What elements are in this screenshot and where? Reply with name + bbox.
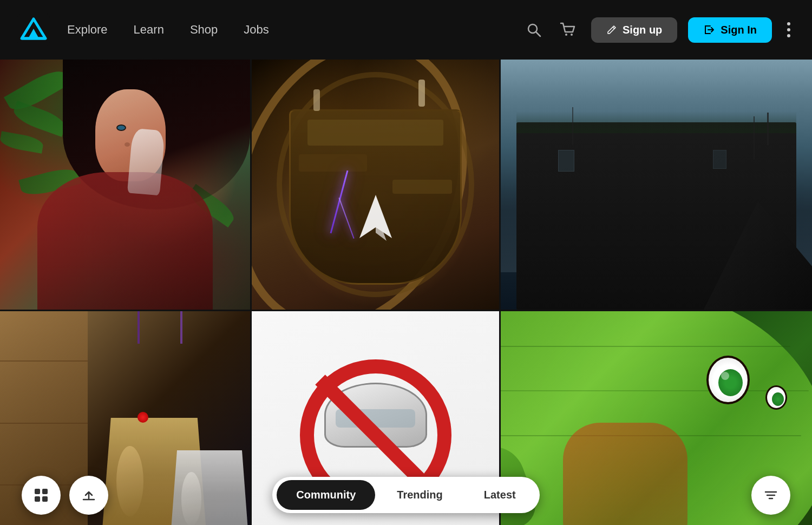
svg-line-3 <box>536 32 540 36</box>
filter-icon <box>763 488 778 503</box>
monster-pupil <box>718 369 743 396</box>
cart-icon <box>560 21 577 38</box>
watermark-bird <box>346 189 405 260</box>
mask-piece <box>127 128 165 196</box>
grid-icon <box>34 488 49 503</box>
nav-shop[interactable]: Shop <box>190 23 218 37</box>
gallery-grid <box>0 60 812 525</box>
statue-2 <box>418 80 425 107</box>
signup-button[interactable]: Sign up <box>591 17 677 43</box>
gallery-item-1[interactable] <box>0 60 250 310</box>
machine-detail <box>299 154 367 172</box>
cart-button[interactable] <box>556 18 580 42</box>
monster-eye <box>706 356 750 404</box>
machine-detail <box>307 120 443 146</box>
bottom-left-buttons <box>22 476 108 515</box>
header: Explore Learn Shop Jobs Sign up <box>0 0 812 60</box>
moss-top <box>516 111 797 133</box>
bottom-right-button <box>751 476 790 515</box>
signin-button[interactable]: Sign In <box>688 17 772 43</box>
upload-button[interactable] <box>69 476 108 515</box>
main-nav: Explore Learn Shop Jobs <box>67 23 505 37</box>
filter-button[interactable] <box>751 476 790 515</box>
window <box>558 150 574 172</box>
svg-rect-6 <box>35 489 40 494</box>
signin-icon <box>703 24 715 36</box>
svg-point-4 <box>565 34 567 36</box>
dot3 <box>787 34 790 37</box>
search-button[interactable] <box>522 18 546 42</box>
dot1 <box>787 22 790 25</box>
more-options-button[interactable] <box>783 18 795 42</box>
pupil-highlight <box>721 372 729 380</box>
bottom-toolbar: Community Trending Latest <box>0 477 812 513</box>
outfit <box>37 172 212 310</box>
cord-1 <box>137 311 140 344</box>
nav-explore[interactable]: Explore <box>67 23 108 37</box>
nav-learn[interactable]: Learn <box>134 23 164 37</box>
debris <box>754 116 755 160</box>
stone-line <box>0 360 88 362</box>
eye <box>116 124 126 131</box>
svg-rect-9 <box>42 496 48 502</box>
leaf <box>0 131 44 153</box>
svg-rect-7 <box>42 489 48 494</box>
debris <box>767 113 769 145</box>
monster-eye-small <box>765 385 787 410</box>
debris <box>572 107 573 145</box>
gallery-item-3[interactable] <box>499 60 812 310</box>
artwork-1-content <box>0 60 250 310</box>
pupil-small <box>772 392 784 406</box>
scale-line <box>501 390 809 391</box>
upload-icon <box>81 488 96 503</box>
stone-line <box>0 423 88 424</box>
statue-1 <box>313 89 320 111</box>
pencil-icon <box>606 24 617 35</box>
tab-latest[interactable]: Latest <box>464 480 535 510</box>
ball-top <box>137 412 148 423</box>
header-actions: Sign up Sign In <box>522 17 795 43</box>
grid-view-button[interactable] <box>22 476 61 515</box>
scale-line <box>501 346 790 347</box>
gallery-item-2[interactable] <box>250 60 499 310</box>
svg-rect-8 <box>35 496 40 502</box>
nav-jobs[interactable]: Jobs <box>244 23 269 37</box>
tab-trending[interactable]: Trending <box>377 480 462 510</box>
artwork-2-content <box>252 60 499 310</box>
dot2 <box>787 28 790 31</box>
cord-2 <box>180 311 182 344</box>
artwork-3-content <box>501 60 812 310</box>
svg-point-5 <box>571 34 573 36</box>
feed-tabs: Community Trending Latest <box>272 477 539 513</box>
tab-community[interactable]: Community <box>277 480 375 510</box>
nose <box>125 142 130 147</box>
logo[interactable] <box>17 14 50 46</box>
search-icon <box>525 21 542 38</box>
leaf <box>11 101 68 137</box>
window <box>713 150 726 169</box>
